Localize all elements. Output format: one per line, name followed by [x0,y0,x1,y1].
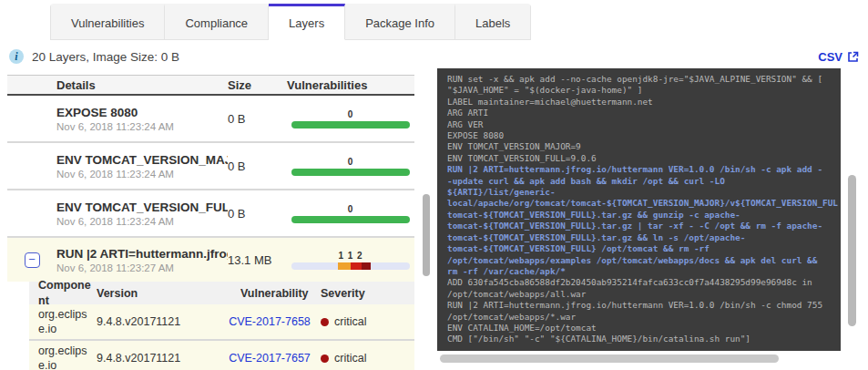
table-row[interactable]: EXPOSE 8080 Nov 6, 2018 11:23:24 AM 0 B … [7,96,414,143]
table-row[interactable]: ENV TOMCAT_VERSION_FULL... Nov 6, 2018 1… [7,190,414,238]
vuln-count: 0 [348,204,354,214]
vuln-bar [291,169,410,176]
info-icon: i [9,49,24,64]
dockerfile-line: tomcat-${TOMCAT_VERSION_FULL}.tar.gz && … [447,232,841,243]
dockerfile-line: "$JAVA_HOME" = "$(docker-java-home)" ] [447,85,841,96]
tab-labels[interactable]: Labels [455,4,531,40]
tab-vulnerabilities[interactable]: Vulnerabilities [50,4,165,40]
terminal-vertical-scrollbar[interactable] [848,175,856,326]
layer-title: ENV TOMCAT_VERSION_FULL... [56,200,228,214]
layer-date: Nov 6, 2018 11:23:24 AM [56,169,228,180]
tab-package-info[interactable]: Package Info [345,4,455,40]
vulnerabilities-sub-table: Component Version Vulnerability Severity… [29,282,414,370]
layer-title: RUN |2 ARTI=huttermann.jfrog.i... [56,247,228,261]
layers-table: Details Size Vulnerabilities EXPOSE 8080… [7,75,414,370]
table-row[interactable]: − RUN |2 ARTI=huttermann.jfrog.i... Nov … [7,238,414,282]
severity-dot [321,355,329,363]
layers-table-header: Details Size Vulnerabilities [7,75,414,96]
vulnerability-row: org.eclipse.io 9.4.8.v20171121 CVE-2017-… [29,304,414,341]
cve-link[interactable]: CVE-2017-7658 [229,315,311,328]
dockerfile-line: /opt/tomcat/webapps/*.war [447,312,841,323]
tab-bar: VulnerabilitiesComplianceLayersPackage I… [50,4,531,40]
layers-summary: 20 Layers, Image Size: 0 B [32,50,179,64]
layer-size: 0 B [228,112,287,126]
component-name: org.eclipse.io [29,344,95,370]
severity-label: critical [334,315,366,328]
component-version: 9.4.8.v20171121 [95,315,219,328]
layer-size: 0 B [228,207,287,221]
dockerfile-line: ADD 630fa545cba86588df2b20450ab935214faf… [447,277,841,288]
dockerfile-line: -update curl && apk add bash && mkdir /o… [447,176,841,187]
col-vulnerability: Vulnerability [219,287,321,300]
vuln-bar [291,121,410,128]
layer-size: 0 B [228,159,287,173]
dockerfile-line: tomcat-${TOMCAT_VERSION_FULL}.tar.gz | t… [447,221,841,231]
layer-title: EXPOSE 8080 [56,106,228,119]
collapse-layer-button[interactable]: − [25,252,40,268]
dockerfile-line: ENV TOMCAT_VERSION_FULL=9.0.6 [447,153,841,164]
export-icon [847,51,859,63]
col-version: Version [95,287,219,300]
layer-title: ENV TOMCAT_VERSION_MAJ... [56,153,228,167]
terminal-horizontal-scrollbar[interactable] [440,355,779,363]
severity-label: critical [334,352,366,365]
dockerfile-panel: RUN set -x && apk add --no-cache openjdk… [437,68,841,351]
tab-compliance[interactable]: Compliance [165,4,269,40]
dockerfile-line: ARG ARTI [447,108,841,118]
table-row[interactable]: ENV TOMCAT_VERSION_MAJ... Nov 6, 2018 11… [7,143,414,190]
col-severity: Severity [321,287,414,300]
vuln-count: 0 [348,157,354,167]
col-component: Component [29,278,95,308]
vulnerability-row: org.eclipse.io 9.4.8.v20171121 CVE-2017-… [29,341,414,370]
layer-date: Nov 6, 2018 11:23:27 AM [56,262,228,273]
dockerfile-line: tomcat-${TOMCAT_VERSION_FULL}.tar.gz && … [447,210,841,221]
dockerfile-line: tomcat-${TOMCAT_VERSION_FULL} /opt/tomca… [447,243,841,254]
dockerfile-line: ENV TOMCAT_VERSION_MAJOR=9 [447,141,841,152]
left-panel-scrollbar[interactable] [423,194,430,276]
dockerfile-line: local/apache/org/tomcat/tomcat-${TOMCAT_… [447,198,841,209]
severity-dot [321,318,329,326]
dockerfile-line: CMD ["/bin/sh" "-c" "${CATALINA_HOME}/bi… [447,334,841,344]
sub-table-header: Component Version Vulnerability Severity [29,282,414,304]
dockerfile-line: EXPOSE 8080 [447,130,841,141]
dockerfile-line: ENV CATALINA_HOME=/opt/tomcat [447,323,841,334]
dockerfile-line: /opt/tomcat/webapps/examples /opt/tomcat… [447,255,841,266]
csv-label: CSV [818,50,842,64]
layers-view: VulnerabilitiesComplianceLayersPackage I… [0,0,868,370]
vuln-count: 1 1 2 [338,251,363,261]
vuln-count: 0 [348,109,354,119]
vuln-bar [291,216,410,223]
col-details: Details [56,78,228,92]
dockerfile-line: RUN |2 ARTI=huttermann.jfrog.io/hutterma… [447,300,841,311]
cve-link[interactable]: CVE-2017-7657 [229,352,311,365]
dockerfile-line: rm -rf /var/cache/apk/* [447,266,841,277]
csv-export-link[interactable]: CSV [818,50,859,64]
col-size: Size [228,78,287,92]
dockerfile-line: RUN |2 ARTI=huttermann.jfrog.io/hutterma… [447,164,841,175]
info-row: i 20 Layers, Image Size: 0 B CSV [9,46,859,67]
dockerfile-line: ARG VER [447,119,841,130]
vuln-bar [291,262,410,270]
component-name: org.eclipse.io [29,307,95,337]
col-vulnerabilities: Vulnerabilities [287,78,414,92]
dockerfile-line: ${ARTI}/list/generic- [447,187,841,198]
layer-size: 13.1 MB [228,253,287,267]
tab-layers[interactable]: Layers [269,4,345,40]
dockerfile-line: RUN set -x && apk add --no-cache openjdk… [447,74,841,85]
dockerfile-line: LABEL maintainer=michael@huettermann.net [447,97,841,108]
layer-date: Nov 6, 2018 11:23:24 AM [56,121,228,132]
layer-date: Nov 6, 2018 11:23:24 AM [56,216,228,227]
component-version: 9.4.8.v20171121 [95,352,219,365]
dockerfile-line: /opt/tomcat/webapps/all.war [447,289,841,300]
